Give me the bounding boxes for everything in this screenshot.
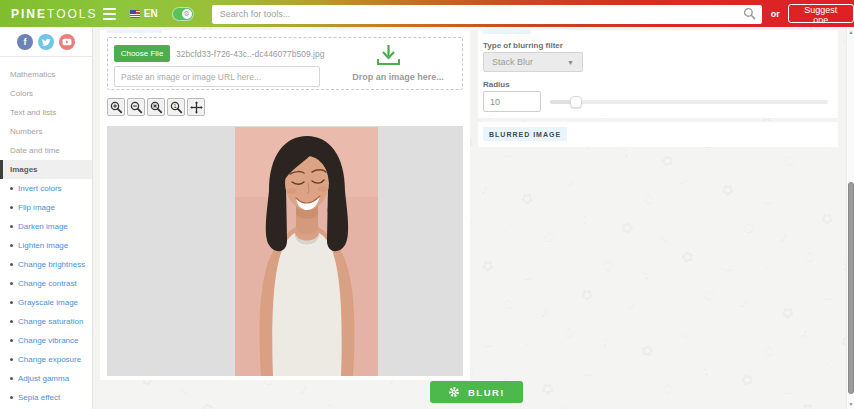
- sidebar-item-text-and-lists[interactable]: Text and lists: [0, 103, 92, 122]
- bullet: [10, 339, 13, 342]
- scrollbar-up-arrow[interactable]: ▲: [847, 28, 854, 36]
- pinetools-logo[interactable]: PINETOOLS: [0, 7, 97, 21]
- search-input[interactable]: [212, 5, 762, 24]
- zoom-actual-size-button[interactable]: 1: [167, 98, 185, 116]
- page-scrollbar[interactable]: ▲ ▼: [846, 27, 854, 409]
- sidebar-item-colors[interactable]: Colors: [0, 84, 92, 103]
- sidebar: f Mathematics Colors Text and lists Numb…: [0, 27, 93, 409]
- blur-button[interactable]: BLUR!: [430, 381, 523, 403]
- options-card: Type of blurring filter Stack Blur ▼ Rad…: [478, 30, 838, 118]
- toggle-knob-gear-icon: ⚙: [182, 9, 192, 19]
- filter-type-label: Type of blurring filter: [483, 41, 563, 50]
- sidebar-item-numbers[interactable]: Numbers: [0, 122, 92, 141]
- sidebar-item-mathematics[interactable]: Mathematics: [0, 65, 92, 84]
- tool-link-change-brightness[interactable]: Change brightness: [0, 255, 92, 274]
- bullet: [10, 358, 13, 361]
- chevron-down-icon: ▼: [567, 59, 574, 66]
- slider-thumb[interactable]: [570, 96, 582, 108]
- tool-link-flip-image[interactable]: Flip image: [0, 198, 92, 217]
- blurred-image-section: BLURRED IMAGE: [478, 122, 838, 147]
- youtube-button[interactable]: [59, 34, 75, 50]
- logo-text-bold: PINE: [11, 7, 47, 21]
- tool-link-change-contrast[interactable]: Change contrast: [0, 274, 92, 293]
- gear-icon: [448, 386, 460, 398]
- pinetools-blur-image-page: ♡☺♪✿♨♡☺♪✿♨♡☺♪✿♨♡☺♪✿♨✿♨♡☺♪✿♨♡☺♪✿♨♡☺♪✿♨♡☺♪…: [0, 0, 854, 409]
- tool-link-change-exposure[interactable]: Change exposure: [0, 350, 92, 369]
- tool-link-change-vibrance[interactable]: Change vibrance: [0, 331, 92, 350]
- zoom-toolbar: 1: [107, 98, 205, 116]
- blur-button-label: BLUR!: [468, 387, 505, 398]
- zoom-in-button[interactable]: [107, 98, 125, 116]
- twitter-button[interactable]: [38, 34, 54, 50]
- clipped-options-pill: [483, 30, 531, 34]
- radius-input[interactable]: [483, 91, 541, 112]
- bullet: [10, 282, 13, 285]
- choose-file-button[interactable]: Choose File: [114, 45, 170, 62]
- bullet: [10, 225, 13, 228]
- suggest-one-button[interactable]: Suggest one: [788, 4, 854, 23]
- twitter-bird-icon: [41, 38, 51, 47]
- tool-link-sepia-effect[interactable]: Sepia effect: [0, 388, 92, 407]
- blurred-image-heading: BLURRED IMAGE: [483, 127, 567, 141]
- hamburger-menu-icon[interactable]: [103, 8, 116, 20]
- bullet: [10, 396, 13, 399]
- zoom-reset-button[interactable]: [147, 98, 165, 116]
- bullet: [10, 206, 13, 209]
- youtube-icon: [62, 38, 72, 46]
- radius-slider[interactable]: [550, 96, 828, 108]
- bullet: [10, 187, 13, 190]
- original-image-preview: [235, 127, 378, 376]
- tool-link-lighten-image[interactable]: Lighten image: [0, 236, 92, 255]
- sidebar-divider: [0, 56, 92, 57]
- zoom-out-button[interactable]: [127, 98, 145, 116]
- filter-select-value: Stack Blur: [492, 57, 533, 67]
- bullet: [10, 320, 13, 323]
- logo-text-light: TOOLS: [47, 7, 97, 21]
- original-image-card: Choose File 32bcfd33-f726-43c..-dc446077…: [100, 30, 470, 380]
- us-flag-icon[interactable]: [130, 10, 140, 18]
- tool-link-invert-colors[interactable]: Invert colors: [0, 179, 92, 198]
- download-arrow-icon: [375, 42, 402, 72]
- top-header-bar: PINETOOLS EN ⚙ or Suggest one: [0, 0, 854, 27]
- tool-link-darken-image[interactable]: Darken image: [0, 217, 92, 236]
- scrollbar-thumb[interactable]: [848, 182, 854, 394]
- image-dropzone[interactable]: Choose File 32bcfd33-f726-43c..-dc446077…: [107, 37, 463, 90]
- tool-link-grayscale-image[interactable]: Grayscale image: [0, 293, 92, 312]
- bullet: [10, 377, 13, 380]
- drop-hint-label: Drop an image here...: [338, 72, 458, 82]
- slider-track[interactable]: [550, 100, 828, 104]
- bullet: [10, 263, 13, 266]
- tool-link-change-saturation[interactable]: Change saturation: [0, 312, 92, 331]
- search-icon[interactable]: [743, 6, 756, 24]
- original-image-viewer[interactable]: [107, 126, 463, 376]
- selected-filename: 32bcfd33-f726-43c..-dc446077b509.jpg: [176, 49, 324, 59]
- pan-tool-button[interactable]: [187, 98, 205, 116]
- svg-text:1: 1: [173, 103, 176, 109]
- facebook-icon: f: [24, 37, 27, 47]
- clipped-section-pill: [107, 30, 162, 33]
- scrollbar-down-arrow[interactable]: ▼: [847, 400, 854, 408]
- radius-label: Radius: [483, 80, 510, 89]
- sidebar-item-images[interactable]: Images: [0, 160, 92, 179]
- or-label: or: [771, 9, 780, 19]
- tool-link-adjust-gamma[interactable]: Adjust gamma: [0, 369, 92, 388]
- theme-toggle[interactable]: ⚙: [172, 7, 194, 21]
- sidebar-item-date-and-time[interactable]: Date and time: [0, 141, 92, 160]
- bullet: [10, 301, 13, 304]
- bullet: [10, 244, 13, 247]
- language-label[interactable]: EN: [144, 8, 158, 19]
- image-url-input[interactable]: [114, 66, 320, 87]
- facebook-button[interactable]: f: [17, 34, 33, 50]
- filter-select[interactable]: Stack Blur ▼: [483, 52, 583, 72]
